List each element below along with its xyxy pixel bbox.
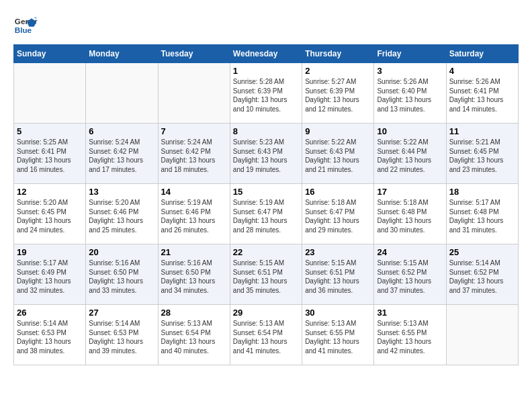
- day-cell: 14Sunrise: 5:19 AM Sunset: 6:46 PM Dayli…: [158, 184, 230, 244]
- header-saturday: Saturday: [446, 45, 518, 63]
- day-cell: 5Sunrise: 5:25 AM Sunset: 6:41 PM Daylig…: [14, 124, 86, 184]
- day-cell: 19Sunrise: 5:17 AM Sunset: 6:49 PM Dayli…: [14, 244, 86, 305]
- day-cell: 7Sunrise: 5:24 AM Sunset: 6:42 PM Daylig…: [158, 124, 230, 184]
- day-number: 15: [233, 187, 299, 197]
- day-number: 24: [377, 247, 443, 257]
- day-info: Sunrise: 5:20 AM Sunset: 6:45 PM Dayligh…: [17, 198, 83, 234]
- header-tuesday: Tuesday: [158, 45, 230, 63]
- day-cell: 28Sunrise: 5:13 AM Sunset: 6:54 PM Dayli…: [158, 305, 230, 365]
- header-wednesday: Wednesday: [230, 45, 302, 63]
- day-cell: 10Sunrise: 5:22 AM Sunset: 6:44 PM Dayli…: [374, 124, 446, 184]
- day-number: 4: [449, 66, 515, 76]
- day-number: 9: [305, 126, 371, 136]
- day-number: 5: [17, 126, 83, 136]
- calendar-table: SundayMondayTuesdayWednesdayThursdayFrid…: [13, 44, 519, 365]
- day-info: Sunrise: 5:17 AM Sunset: 6:48 PM Dayligh…: [449, 198, 515, 234]
- day-cell: 8Sunrise: 5:23 AM Sunset: 6:43 PM Daylig…: [230, 124, 302, 184]
- day-cell: 15Sunrise: 5:19 AM Sunset: 6:47 PM Dayli…: [230, 184, 302, 244]
- week-row-5: 26Sunrise: 5:14 AM Sunset: 6:53 PM Dayli…: [14, 305, 519, 365]
- day-number: 12: [17, 187, 83, 197]
- day-number: 10: [377, 126, 443, 136]
- day-info: Sunrise: 5:22 AM Sunset: 6:43 PM Dayligh…: [305, 138, 371, 174]
- day-info: Sunrise: 5:21 AM Sunset: 6:45 PM Dayligh…: [449, 138, 515, 174]
- day-number: 29: [233, 308, 299, 318]
- day-number: 3: [377, 66, 443, 76]
- week-row-4: 19Sunrise: 5:17 AM Sunset: 6:49 PM Dayli…: [14, 244, 519, 305]
- day-cell: 6Sunrise: 5:24 AM Sunset: 6:42 PM Daylig…: [86, 124, 158, 184]
- day-info: Sunrise: 5:13 AM Sunset: 6:55 PM Dayligh…: [377, 319, 443, 355]
- day-cell: 22Sunrise: 5:15 AM Sunset: 6:51 PM Dayli…: [230, 244, 302, 305]
- day-number: 26: [17, 308, 83, 318]
- day-cell: 12Sunrise: 5:20 AM Sunset: 6:45 PM Dayli…: [14, 184, 86, 244]
- day-cell: 21Sunrise: 5:16 AM Sunset: 6:50 PM Dayli…: [158, 244, 230, 305]
- day-number: 23: [305, 247, 371, 257]
- day-number: 11: [449, 126, 515, 136]
- day-info: Sunrise: 5:26 AM Sunset: 6:40 PM Dayligh…: [377, 77, 443, 113]
- day-number: 28: [161, 308, 227, 318]
- day-info: Sunrise: 5:14 AM Sunset: 6:52 PM Dayligh…: [449, 259, 515, 295]
- day-cell: 24Sunrise: 5:15 AM Sunset: 6:52 PM Dayli…: [374, 244, 446, 305]
- logo: General Blue: [13, 13, 38, 38]
- day-info: Sunrise: 5:14 AM Sunset: 6:53 PM Dayligh…: [89, 319, 154, 355]
- day-info: Sunrise: 5:19 AM Sunset: 6:47 PM Dayligh…: [233, 198, 299, 234]
- day-cell: 30Sunrise: 5:13 AM Sunset: 6:55 PM Dayli…: [302, 305, 374, 365]
- day-cell: 25Sunrise: 5:14 AM Sunset: 6:52 PM Dayli…: [446, 244, 518, 305]
- day-number: 25: [449, 247, 515, 257]
- day-info: Sunrise: 5:18 AM Sunset: 6:48 PM Dayligh…: [377, 198, 443, 234]
- day-info: Sunrise: 5:26 AM Sunset: 6:41 PM Dayligh…: [449, 77, 515, 113]
- week-row-3: 12Sunrise: 5:20 AM Sunset: 6:45 PM Dayli…: [14, 184, 519, 244]
- day-info: Sunrise: 5:28 AM Sunset: 6:39 PM Dayligh…: [233, 77, 299, 113]
- day-number: 1: [233, 66, 299, 76]
- day-number: 18: [449, 187, 515, 197]
- day-number: 21: [161, 247, 227, 257]
- day-number: 19: [17, 247, 83, 257]
- day-cell: 27Sunrise: 5:14 AM Sunset: 6:53 PM Dayli…: [86, 305, 158, 365]
- header-sunday: Sunday: [14, 45, 86, 63]
- header-monday: Monday: [86, 45, 158, 63]
- day-cell: 20Sunrise: 5:16 AM Sunset: 6:50 PM Dayli…: [86, 244, 158, 305]
- day-info: Sunrise: 5:23 AM Sunset: 6:43 PM Dayligh…: [233, 138, 299, 174]
- day-number: 6: [89, 126, 154, 136]
- day-number: 8: [233, 126, 299, 136]
- day-cell: 3Sunrise: 5:26 AM Sunset: 6:40 PM Daylig…: [374, 63, 446, 124]
- day-cell: 9Sunrise: 5:22 AM Sunset: 6:43 PM Daylig…: [302, 124, 374, 184]
- day-cell: 31Sunrise: 5:13 AM Sunset: 6:55 PM Dayli…: [374, 305, 446, 365]
- week-row-1: 1Sunrise: 5:28 AM Sunset: 6:39 PM Daylig…: [14, 63, 519, 124]
- day-cell: [14, 63, 86, 124]
- day-cell: 2Sunrise: 5:27 AM Sunset: 6:39 PM Daylig…: [302, 63, 374, 124]
- logo-icon: General Blue: [13, 13, 38, 38]
- day-info: Sunrise: 5:25 AM Sunset: 6:41 PM Dayligh…: [17, 138, 83, 174]
- day-number: 22: [233, 247, 299, 257]
- day-info: Sunrise: 5:17 AM Sunset: 6:49 PM Dayligh…: [17, 259, 83, 295]
- day-cell: 13Sunrise: 5:20 AM Sunset: 6:46 PM Dayli…: [86, 184, 158, 244]
- day-cell: 23Sunrise: 5:15 AM Sunset: 6:51 PM Dayli…: [302, 244, 374, 305]
- day-info: Sunrise: 5:24 AM Sunset: 6:42 PM Dayligh…: [161, 138, 227, 174]
- day-number: 31: [377, 308, 443, 318]
- day-cell: [446, 305, 518, 365]
- day-cell: 18Sunrise: 5:17 AM Sunset: 6:48 PM Dayli…: [446, 184, 518, 244]
- day-info: Sunrise: 5:24 AM Sunset: 6:42 PM Dayligh…: [89, 138, 154, 174]
- day-number: 27: [89, 308, 154, 318]
- day-info: Sunrise: 5:16 AM Sunset: 6:50 PM Dayligh…: [89, 259, 154, 295]
- day-cell: 4Sunrise: 5:26 AM Sunset: 6:41 PM Daylig…: [446, 63, 518, 124]
- day-cell: 29Sunrise: 5:13 AM Sunset: 6:54 PM Dayli…: [230, 305, 302, 365]
- day-cell: 11Sunrise: 5:21 AM Sunset: 6:45 PM Dayli…: [446, 124, 518, 184]
- day-info: Sunrise: 5:14 AM Sunset: 6:53 PM Dayligh…: [17, 319, 83, 355]
- day-number: 7: [161, 126, 227, 136]
- day-cell: [158, 63, 230, 124]
- day-number: 14: [161, 187, 227, 197]
- day-info: Sunrise: 5:19 AM Sunset: 6:46 PM Dayligh…: [161, 198, 227, 234]
- day-info: Sunrise: 5:13 AM Sunset: 6:54 PM Dayligh…: [161, 319, 227, 355]
- header-friday: Friday: [374, 45, 446, 63]
- day-number: 30: [305, 308, 371, 318]
- day-info: Sunrise: 5:15 AM Sunset: 6:51 PM Dayligh…: [305, 259, 371, 295]
- day-number: 13: [89, 187, 154, 197]
- day-info: Sunrise: 5:15 AM Sunset: 6:51 PM Dayligh…: [233, 259, 299, 295]
- day-number: 2: [305, 66, 371, 76]
- day-number: 20: [89, 247, 154, 257]
- day-info: Sunrise: 5:13 AM Sunset: 6:54 PM Dayligh…: [233, 319, 299, 355]
- day-cell: 17Sunrise: 5:18 AM Sunset: 6:48 PM Dayli…: [374, 184, 446, 244]
- page-header: General Blue: [13, 13, 519, 38]
- day-cell: 16Sunrise: 5:18 AM Sunset: 6:47 PM Dayli…: [302, 184, 374, 244]
- day-cell: 1Sunrise: 5:28 AM Sunset: 6:39 PM Daylig…: [230, 63, 302, 124]
